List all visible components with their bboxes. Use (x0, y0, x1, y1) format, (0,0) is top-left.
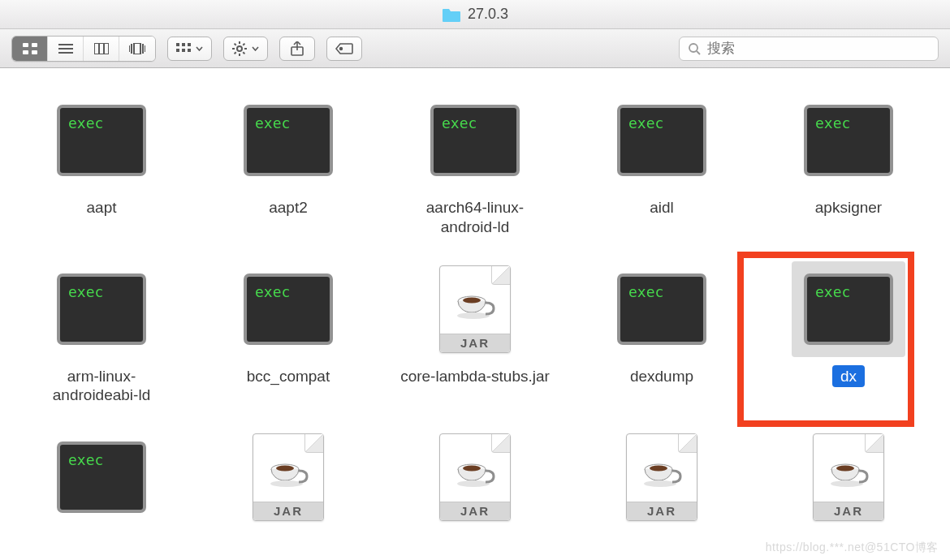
svg-point-41 (463, 466, 481, 472)
file-item[interactable]: execdx (755, 245, 942, 414)
svg-point-35 (463, 297, 481, 303)
share-icon (291, 41, 304, 56)
view-list-button[interactable] (48, 37, 84, 61)
svg-rect-15 (176, 43, 179, 46)
jar-icon: JAR (253, 433, 324, 521)
file-icon-wrap: JAR (231, 429, 345, 525)
svg-rect-17 (188, 43, 191, 46)
file-label (842, 533, 855, 536)
svg-line-28 (235, 52, 236, 54)
svg-point-39 (270, 480, 303, 487)
file-item[interactable]: execaidl (568, 76, 755, 245)
file-item[interactable]: execaapt (8, 76, 195, 245)
file-icon-wrap: exec (792, 93, 905, 188)
file-item[interactable]: execbcc_compat (195, 245, 382, 414)
file-grid-area: execaaptexecaapt2execaarch64-linux-andro… (0, 68, 950, 560)
file-label: aarch64-linux-android-ld (394, 196, 556, 239)
svg-line-33 (697, 51, 700, 54)
svg-point-45 (644, 480, 676, 487)
svg-point-42 (457, 480, 490, 487)
jar-icon: JAR (439, 265, 511, 353)
file-icon-wrap: JAR (418, 261, 532, 357)
file-item[interactable]: JARcore-lambda-stubs.jar (382, 245, 568, 414)
search-field[interactable] (679, 37, 939, 61)
tag-icon (335, 42, 353, 55)
file-label: bcc_compat (240, 365, 336, 388)
file-label: aapt2 (262, 196, 314, 219)
file-label: core-lambda-stubs.jar (394, 365, 556, 388)
file-label (95, 533, 108, 536)
view-column-button[interactable] (84, 37, 119, 61)
file-icon-wrap: exec (605, 261, 719, 357)
file-item[interactable]: JAR (195, 413, 382, 543)
file-icon-wrap: JAR (605, 429, 719, 525)
exec-icon: exec (430, 105, 520, 176)
svg-rect-1 (32, 43, 37, 47)
file-icon-wrap: JAR (418, 429, 532, 525)
file-item[interactable]: execapksigner (755, 76, 942, 245)
file-label: arm-linux-androideabi-ld (20, 365, 183, 407)
tags-button[interactable] (326, 37, 362, 61)
file-item[interactable]: JAR (382, 413, 568, 543)
exec-icon: exec (57, 105, 146, 176)
svg-rect-16 (182, 43, 185, 46)
view-mode-group (11, 36, 156, 62)
svg-point-31 (340, 47, 343, 50)
exec-icon: exec (804, 274, 893, 345)
svg-line-27 (243, 43, 244, 45)
file-icon-wrap: exec (45, 429, 158, 525)
svg-point-32 (689, 44, 697, 52)
toolbar (0, 29, 950, 68)
file-item[interactable]: execdexdump (568, 245, 755, 414)
file-icon-wrap: exec (792, 261, 905, 357)
search-icon (688, 42, 701, 55)
file-icon-wrap: exec (231, 93, 345, 188)
view-icon-button[interactable] (12, 37, 48, 61)
jar-icon: JAR (813, 433, 884, 521)
svg-rect-3 (32, 50, 37, 54)
svg-point-47 (836, 466, 854, 472)
file-icon-wrap: exec (605, 93, 719, 188)
exec-icon: exec (617, 105, 706, 176)
file-item[interactable]: exec (8, 413, 195, 543)
file-item[interactable]: JAR (568, 413, 755, 543)
file-label: apksigner (809, 196, 888, 219)
file-item[interactable]: JAR (755, 413, 942, 543)
jar-icon: JAR (626, 433, 697, 521)
action-button[interactable] (223, 37, 268, 61)
svg-rect-20 (188, 49, 191, 52)
file-label (282, 533, 295, 536)
file-icon-wrap: exec (231, 261, 345, 357)
file-label: dx (832, 365, 865, 388)
svg-point-36 (457, 312, 490, 319)
svg-point-38 (276, 466, 294, 472)
svg-line-25 (235, 43, 236, 45)
exec-icon: exec (804, 105, 893, 176)
svg-rect-19 (182, 49, 185, 52)
file-label (469, 533, 481, 536)
arrange-button[interactable] (167, 37, 212, 61)
exec-icon: exec (57, 274, 146, 345)
svg-rect-18 (176, 49, 179, 52)
svg-point-44 (650, 466, 667, 472)
file-label (655, 533, 668, 536)
file-label: dexdump (624, 365, 700, 388)
chevron-down-icon (196, 46, 203, 51)
exec-icon: exec (57, 442, 146, 513)
exec-icon: exec (617, 274, 706, 345)
file-item[interactable]: execarm-linux-androideabi-ld (8, 245, 195, 414)
exec-icon: exec (244, 105, 333, 176)
share-button[interactable] (279, 37, 315, 61)
svg-line-26 (243, 52, 244, 54)
view-gallery-button[interactable] (119, 37, 155, 61)
file-label: aidl (643, 196, 680, 219)
file-icon-wrap: exec (418, 93, 532, 188)
file-icon-wrap: exec (45, 261, 158, 357)
svg-point-48 (831, 480, 863, 487)
jar-icon: JAR (439, 433, 511, 521)
window-titlebar: 27.0.3 (0, 0, 950, 29)
search-input[interactable] (707, 41, 930, 57)
svg-rect-0 (23, 43, 28, 47)
file-item[interactable]: execaarch64-linux-android-ld (382, 76, 568, 245)
file-item[interactable]: execaapt2 (195, 76, 382, 245)
